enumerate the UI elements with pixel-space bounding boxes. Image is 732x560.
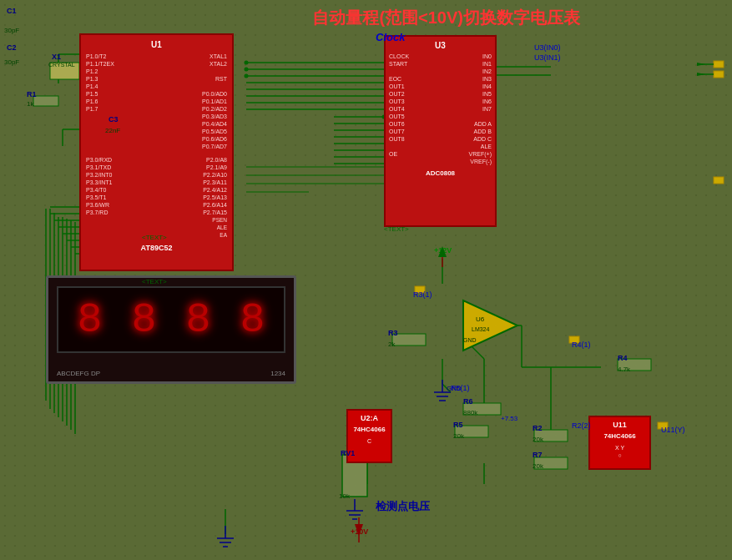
r5-1-annotation: R5(1)	[451, 384, 470, 392]
svg-rect-88	[33, 96, 58, 106]
r1-value: 1k	[27, 100, 33, 108]
vee-label: +10V	[351, 527, 368, 536]
voltage-annotation: +7.53	[501, 415, 517, 422]
digit-1: 8	[77, 296, 102, 344]
r3-label: R3	[388, 329, 398, 337]
display-labels: ABCDEFG DP 1234	[57, 370, 285, 377]
c1-value: 30pF	[4, 27, 19, 34]
r6-value: 880k	[463, 409, 477, 416]
u2a-sublabel: 74HC4066	[350, 424, 389, 435]
r2-2-annotation: R2(2)	[572, 421, 591, 430]
segment-labels: ABCDEFG DP	[57, 370, 100, 377]
r4-1-annotation: R4(1)	[572, 341, 591, 349]
u11-sublabel: 74HC4066	[592, 431, 648, 441]
digit-3: 8	[185, 296, 210, 344]
text-placeholder-3: <TEXT>	[384, 225, 409, 233]
c1-label: C1	[7, 7, 17, 15]
u11-y-annotation: U11(Y)	[661, 426, 685, 434]
text-placeholder-2: <TEXT>	[142, 234, 167, 241]
svg-text:LM324: LM324	[472, 326, 490, 332]
display-screen: 8 8 8 8	[57, 286, 285, 353]
svg-point-75	[245, 68, 249, 72]
svg-text:U6: U6	[476, 315, 485, 323]
c3-value: 22nF	[105, 127, 120, 134]
circuit-diagram: 自动量程(范围<10V)切换数字电压表 Clock	[0, 0, 732, 560]
svg-point-76	[245, 74, 249, 78]
text-placeholder-1: <TEXT>	[142, 278, 167, 285]
digit-numbers: 1234	[270, 370, 285, 377]
r2-label: R2	[533, 424, 543, 432]
clock-label: Clock	[376, 31, 405, 43]
u1-label: U1	[81, 38, 232, 51]
r7-label: R7	[533, 451, 543, 459]
x1-value: CRYSTAL	[48, 62, 75, 68]
detect-point-label: 检测点电压	[376, 499, 430, 514]
r4-value: 4.7k	[618, 366, 630, 373]
seven-segment-display: 8 8 8 8 ABCDEFG DP 1234	[46, 275, 296, 384]
c2-label: C2	[7, 43, 17, 52]
digit-2: 8	[131, 296, 156, 344]
u3-adc: U3 CLOCKIN0 STARTIN1 IN2 EOCIN3 OUT1IN4 …	[384, 35, 497, 227]
u1-sublabel: AT89C52	[81, 242, 232, 254]
r4-label: R4	[618, 354, 628, 362]
svg-marker-89	[463, 300, 517, 351]
r5-label: R5	[453, 421, 463, 429]
u6-opamp: U6 LM324 GND	[459, 296, 526, 355]
svg-text:GND: GND	[463, 337, 477, 343]
r7-value: 20k	[533, 462, 543, 470]
c2-value: 30pF	[4, 58, 19, 66]
r5-value: 20k	[453, 432, 464, 440]
x1-label: X1	[52, 53, 61, 61]
u3-sublabel: ADC0808	[386, 168, 495, 179]
u2a-label: U2:A	[350, 412, 389, 424]
rv1-value: 10k	[339, 492, 350, 500]
r6-label: R6	[463, 397, 473, 406]
u11-label: U11	[592, 419, 648, 431]
r3-1-annotation: R3(1)	[413, 290, 432, 299]
vcc-label: +12V	[434, 246, 452, 255]
digit-4: 8	[240, 296, 265, 344]
r2-value: 20k	[533, 436, 543, 443]
r3-value: 2k	[388, 341, 395, 348]
page-title: 自动量程(范围<10V)切换数字电压表	[312, 7, 580, 29]
r1-label: R1	[27, 90, 37, 98]
u3-in1-annotation: U3(IN1)	[534, 53, 561, 62]
rv1-label: RV1	[341, 449, 355, 457]
c3-label: C3	[109, 115, 119, 124]
u11-chip: U11 74HC4066 X Y ○	[588, 416, 651, 470]
svg-line-67	[442, 384, 451, 392]
u3-in0-annotation: U3(IN0)	[534, 43, 561, 52]
svg-point-74	[245, 61, 249, 65]
